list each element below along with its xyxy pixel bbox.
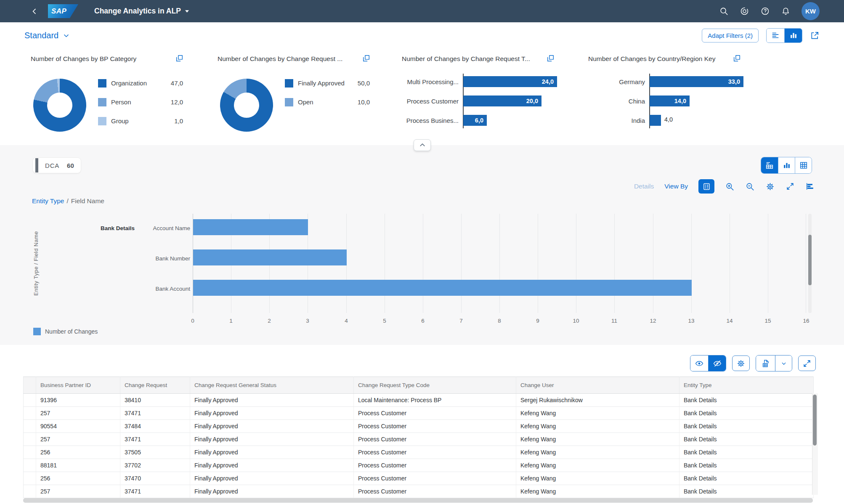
table-row[interactable]: 25737471Finally ApprovedProcess Customer… (24, 407, 814, 420)
variant-selector[interactable]: Standard (24, 31, 70, 40)
table-cell: 88181 (36, 459, 120, 472)
row-selector-cell[interactable] (24, 459, 36, 472)
export-button[interactable] (756, 355, 775, 371)
table-row[interactable]: 25737471Finally ApprovedProcess Customer… (24, 485, 814, 498)
table-cell: 37505 (120, 446, 190, 459)
hybrid-view-button[interactable] (761, 157, 778, 173)
bar-value: 20,0 (526, 98, 541, 104)
user-avatar[interactable]: KW (802, 2, 820, 20)
filter-rows-toggle-button[interactable] (767, 29, 784, 42)
adapt-filters-button[interactable]: Adapt Filters (2) (702, 29, 759, 42)
row-selector-cell[interactable] (24, 433, 36, 446)
kpi-card-title: Number of Changes by Change Request ... (218, 55, 342, 63)
table-row[interactable]: 25637505Finally ApprovedProcess Customer… (24, 446, 814, 459)
chip-label: DCA (45, 162, 59, 169)
kpi-view-toggle-button[interactable] (784, 29, 802, 42)
row-selector-cell[interactable] (24, 472, 36, 485)
table-cell: Finally Approved (190, 472, 354, 485)
category-label: Account Name (119, 224, 190, 233)
chart-type-button[interactable] (805, 182, 815, 191)
donut-chart[interactable] (220, 79, 273, 132)
breadcrumb-entity-type-link[interactable]: Entity Type (32, 197, 64, 205)
row-selector-cell[interactable] (24, 446, 36, 459)
open-card-in-new-window-icon[interactable] (547, 55, 554, 62)
table-row[interactable]: 25737471Finally ApprovedProcess Customer… (24, 433, 814, 446)
table-cell: Finally Approved (190, 420, 354, 433)
search-button[interactable] (719, 6, 729, 16)
export-menu-button[interactable] (775, 355, 792, 371)
legend-value: 12,0 (171, 98, 183, 106)
hide-details-button[interactable] (708, 355, 726, 371)
view-by-button[interactable]: View By (664, 183, 688, 190)
sap-logo[interactable]: SAP (48, 4, 78, 18)
bar[interactable]: 20,0 (463, 95, 541, 106)
back-button[interactable] (30, 7, 39, 16)
chart-settings-button[interactable] (765, 182, 775, 191)
legend-label: Finally Approved (298, 80, 345, 87)
chart-scrollbar[interactable] (808, 214, 812, 313)
assistant-button[interactable] (740, 6, 749, 16)
row-selector-header[interactable] (24, 377, 36, 394)
column-header[interactable]: Change Request General Status (190, 377, 354, 394)
table-cell: Finally Approved (190, 459, 354, 472)
zoom-out-button[interactable] (745, 182, 755, 191)
table-horizontal-scrollbar[interactable] (23, 498, 813, 503)
bar-category-label: Germany (588, 78, 645, 85)
table-cell: Finally Approved (190, 485, 354, 498)
column-header[interactable]: Business Partner ID (36, 377, 120, 394)
caret-down-icon (185, 10, 189, 13)
bar[interactable]: 33,0 (650, 76, 743, 87)
table-cell: 90554 (36, 420, 120, 433)
bar[interactable]: 6,0 (463, 115, 487, 126)
legend-label: Person (111, 98, 131, 106)
chart-view-button[interactable] (778, 157, 795, 173)
horizontal-bar-chart-icon (805, 182, 815, 191)
table-row[interactable]: 9139638410Finally ApprovedLocal Maintena… (24, 394, 814, 407)
gridline (576, 214, 576, 313)
legend-toggle-button[interactable] (698, 179, 714, 194)
row-selector-cell[interactable] (24, 485, 36, 498)
table-fullscreen-button[interactable] (798, 355, 816, 371)
column-header[interactable]: Change Request Type Code (354, 377, 516, 394)
table-cell: 37471 (120, 485, 190, 498)
donut-chart[interactable] (33, 79, 86, 132)
table-vertical-scrollbar-thumb[interactable] (813, 395, 817, 446)
zoom-in-button[interactable] (725, 182, 735, 191)
x-axis-tick-label: 8 (489, 318, 510, 324)
table-row[interactable]: 25637470Finally ApprovedProcess Customer… (24, 472, 814, 485)
chart-scrollbar-thumb[interactable] (808, 235, 812, 285)
column-header[interactable]: Change User (516, 377, 679, 394)
bar[interactable] (193, 249, 347, 265)
app-title-menu[interactable]: Change Analytics in ALP (94, 7, 189, 16)
table-cell: Kefeng Wang (516, 407, 679, 420)
table-row[interactable]: 9055437484Finally ApprovedProcess Custom… (24, 420, 814, 433)
chart-fullscreen-button[interactable] (786, 182, 795, 191)
table-settings-button[interactable] (732, 355, 750, 371)
bar[interactable] (650, 115, 661, 126)
table-cell: Bank Details (679, 446, 814, 459)
table-row[interactable]: 8818137702Finally ApprovedProcess Custom… (24, 459, 814, 472)
row-selector-cell[interactable] (24, 407, 36, 420)
row-selector-cell[interactable] (24, 420, 36, 433)
bar[interactable]: 14,0 (650, 95, 690, 106)
legend-item: Group1,0 (98, 111, 183, 130)
help-button[interactable] (760, 6, 770, 16)
bar[interactable] (193, 280, 692, 296)
show-details-button[interactable] (690, 355, 708, 371)
filter-token-dca[interactable]: DCA 60 (33, 158, 81, 173)
micro-bar-rows: Multi Processing...24,0Process Customer2… (402, 72, 564, 130)
row-selector-cell[interactable] (24, 394, 36, 407)
column-header[interactable]: Entity Type (679, 377, 814, 394)
notifications-button[interactable] (781, 6, 791, 16)
column-header[interactable]: Change Request (120, 377, 190, 394)
table-view-button[interactable] (795, 157, 812, 173)
open-card-in-new-window-icon[interactable] (733, 55, 740, 62)
kpi-card-change-request-type: Number of Changes by Change Request T...… (402, 48, 564, 145)
bar[interactable]: 24,0 (463, 76, 557, 87)
table-cell: Bank Details (679, 433, 814, 446)
open-card-in-new-window-icon[interactable] (363, 55, 370, 62)
bar[interactable] (193, 219, 308, 235)
share-button[interactable] (810, 31, 820, 40)
collapse-header-button[interactable] (414, 139, 431, 151)
open-card-in-new-window-icon[interactable] (176, 55, 183, 62)
